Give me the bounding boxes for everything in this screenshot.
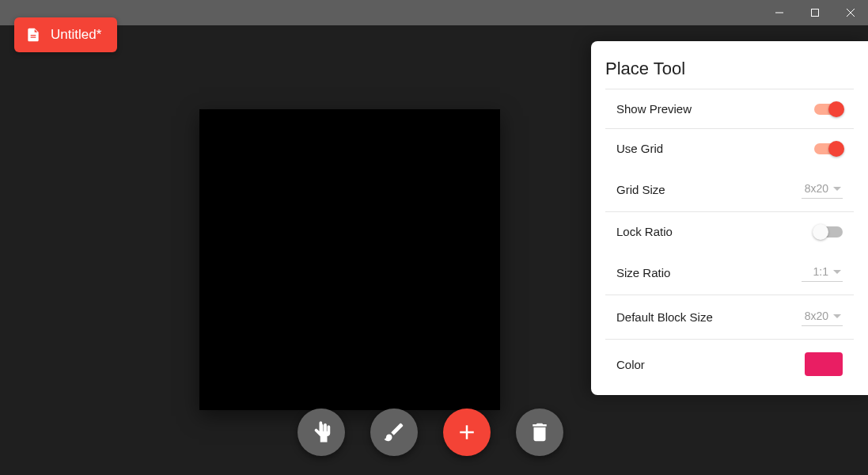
place-tool-button[interactable] [443,408,491,456]
chevron-down-icon [833,187,841,191]
place-tool-panel: Place Tool Show Preview Use Grid Grid Si… [591,41,868,395]
minimize-icon [775,9,783,17]
trash-tool-button[interactable] [516,408,563,456]
file-tab[interactable]: Untitled* [14,17,117,52]
grid-size-value: 8x20 [805,182,828,195]
grid-size-row: Grid Size 8x20 [591,168,868,211]
show-preview-row: Show Preview [591,89,868,128]
show-preview-toggle[interactable] [814,104,843,115]
canvas[interactable] [199,109,500,410]
lock-ratio-row: Lock Ratio [591,212,868,251]
trash-icon [528,420,552,444]
size-ratio-value: 1:1 [813,265,828,278]
toggle-knob [828,101,844,117]
lock-ratio-toggle[interactable] [814,226,843,238]
color-label: Color [616,358,645,371]
color-row: Color [591,340,868,389]
size-ratio-dropdown[interactable]: 1:1 [802,264,843,282]
close-icon [847,9,855,17]
brush-tool-button[interactable] [370,408,418,456]
size-ratio-label: Size Ratio [616,266,670,279]
toggle-knob [813,224,828,240]
brush-icon [382,420,406,444]
document-icon [25,25,41,44]
toggle-knob [828,141,844,157]
grid-size-label: Grid Size [616,183,665,196]
default-block-size-value: 8x20 [805,310,828,322]
grid-size-dropdown[interactable]: 8x20 [802,180,843,199]
hand-icon [309,420,333,444]
show-preview-label: Show Preview [616,102,692,116]
title-bar [0,0,868,25]
maximize-button[interactable] [797,0,832,25]
maximize-icon [811,9,819,17]
default-block-size-dropdown[interactable]: 8x20 [802,308,843,326]
color-swatch[interactable] [805,352,843,376]
pan-tool-button[interactable] [298,408,345,456]
size-ratio-row: Size Ratio 1:1 [591,251,868,294]
close-window-button[interactable] [832,0,868,25]
lock-ratio-label: Lock Ratio [616,225,673,238]
chevron-down-icon [833,314,841,318]
window-controls [761,0,868,25]
use-grid-toggle[interactable] [814,143,843,154]
tool-row [298,408,563,456]
minimize-button[interactable] [761,0,797,25]
svg-rect-1 [811,10,818,17]
file-name: Untitled* [51,27,101,43]
default-block-size-label: Default Block Size [616,310,713,324]
default-block-size-row: Default Block Size 8x20 [591,295,868,339]
use-grid-label: Use Grid [616,142,663,155]
chevron-down-icon [833,270,841,274]
panel-title: Place Tool [591,59,868,89]
use-grid-row: Use Grid [591,129,868,168]
plus-icon [455,420,479,444]
